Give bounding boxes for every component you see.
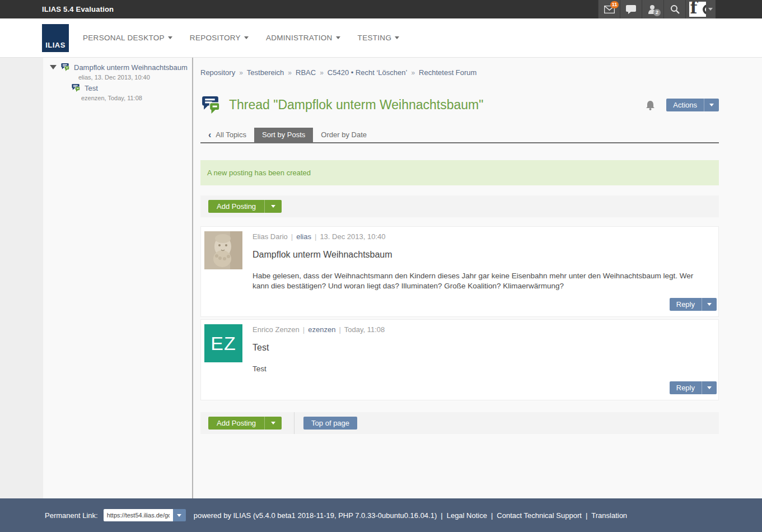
breadcrumb-repository[interactable]: Repository <box>200 68 235 77</box>
avatar-photo <box>204 231 242 269</box>
thread-tree-sidebar: Dampflok unterm Weihnachtsbaum elias, 13… <box>43 58 193 498</box>
avatar-initials: EZ <box>204 324 242 362</box>
top-bar: ILIAS 5.4 Evaluation 11 <box>0 0 762 18</box>
chevron-down-icon <box>708 8 713 11</box>
user-menu-button[interactable]: f <box>685 0 716 18</box>
post-meta: Elias Dario|elias|13. Dec 2013, 10:40 <box>253 232 710 241</box>
post-body: Habe gelesen, dass der Weihnachtsmann de… <box>253 271 710 291</box>
post-title: Test <box>253 343 710 353</box>
search-button[interactable] <box>663 0 685 18</box>
post-username-link[interactable]: elias <box>296 232 311 241</box>
breadcrumb-rbac[interactable]: RBAC <box>296 68 316 77</box>
post-body: Test <box>253 364 710 374</box>
tree-thread-meta: elias, 13. Dec 2013, 10:40 <box>43 74 192 81</box>
post-card: Elias Dario|elias|13. Dec 2013, 10:40 Da… <box>200 226 719 317</box>
chat-button[interactable] <box>620 0 642 18</box>
success-message: A new posting has been created <box>200 160 719 185</box>
add-posting-button[interactable]: Add Posting <box>208 417 282 430</box>
add-posting-button[interactable]: Add Posting <box>208 200 282 213</box>
installation-title: ILIAS 5.4 Evaluation <box>42 0 114 18</box>
permalink-input[interactable] <box>104 509 173 521</box>
tab-order-by-date[interactable]: Order by Date <box>313 128 375 142</box>
chevron-down-icon <box>709 104 714 106</box>
tree-thread-link[interactable]: Dampflok unterm Weihnachtsbaum <box>74 63 188 72</box>
chevron-down-icon <box>177 514 181 517</box>
breadcrumb-course[interactable]: C5420 • Recht ‘Löschen’ <box>328 68 408 77</box>
chevron-down-icon <box>271 422 275 424</box>
post-username-link[interactable]: ezenzen <box>308 325 335 334</box>
mail-count-badge: 11 <box>610 1 619 8</box>
online-count-badge: 2 <box>653 9 661 16</box>
who-is-online-button[interactable]: 2 <box>642 0 663 18</box>
tab-all-topics[interactable]: ‹ All Topics <box>200 128 254 142</box>
forum-posting-icon <box>71 83 81 92</box>
main-menu: PERSONAL DESKTOP REPOSITORY ADMINISTRATI… <box>83 34 417 42</box>
menu-personal-desktop[interactable]: PERSONAL DESKTOP <box>83 34 172 42</box>
translation-link[interactable]: Translation <box>591 511 627 520</box>
reply-button[interactable]: Reply <box>670 298 717 311</box>
notification-bell-icon[interactable] <box>646 100 655 110</box>
chevron-down-icon <box>336 36 340 39</box>
tree-post-link[interactable]: Test <box>85 84 98 92</box>
post-title: Dampflok unterm Weihnachtsbaum <box>253 250 710 260</box>
chevron-down-icon <box>168 36 172 39</box>
tree-post-meta: ezenzen, Today, 11:08 <box>43 95 192 101</box>
post-author: Elias Dario <box>253 232 288 241</box>
search-icon <box>670 4 680 14</box>
legal-notice-link[interactable]: Legal Notice <box>447 511 487 520</box>
mail-button[interactable]: 11 <box>598 0 620 18</box>
permalink-label: Permanent Link: <box>45 511 98 520</box>
chevron-down-icon <box>271 205 275 208</box>
ilias-logo[interactable]: ILIAS <box>42 24 69 52</box>
chevron-down-icon <box>707 386 712 389</box>
breadcrumb: Repository»Testbereich»RBAC»C5420 • Rech… <box>200 68 719 77</box>
post-meta: Enrico Zenzen|ezenzen|Today, 11:08 <box>253 325 710 334</box>
main-header: ILIAS PERSONAL DESKTOP REPOSITORY ADMINI… <box>0 18 762 58</box>
toolbar-divider <box>294 412 294 434</box>
powered-by-text: powered by ILIAS (v5.4.0 beta1 2018-11-1… <box>194 511 437 520</box>
top-toolbar: Add Posting <box>200 195 719 217</box>
post-date: 13. Dec 2013, 10:40 <box>320 232 385 241</box>
menu-administration[interactable]: ADMINISTRATION <box>266 34 340 42</box>
menu-repository[interactable]: REPOSITORY <box>190 34 249 42</box>
chevron-down-icon <box>707 303 712 306</box>
menu-testing[interactable]: TESTING <box>358 34 400 42</box>
forum-posting-icon <box>60 63 70 72</box>
reply-button[interactable]: Reply <box>670 381 717 394</box>
tab-bar: ‹ All Topics Sort by Posts Order by Date <box>200 128 719 143</box>
tree-collapse-icon[interactable] <box>50 65 57 69</box>
bottom-toolbar: Add Posting Top of page <box>200 412 719 434</box>
user-avatar: f <box>689 2 706 17</box>
forum-icon <box>200 96 221 114</box>
breadcrumb-testbereich[interactable]: Testbereich <box>247 68 284 77</box>
top-of-page-button[interactable]: Top of page <box>303 417 357 430</box>
left-gutter <box>0 58 43 498</box>
actions-button[interactable]: Actions <box>666 99 719 111</box>
post-card: EZ Enrico Zenzen|ezenzen|Today, 11:08 Te… <box>200 319 719 400</box>
back-chevron-icon: ‹ <box>208 131 211 138</box>
page-title: Thread "Dampflok unterm Weihnachtsbaum" <box>229 97 483 113</box>
tab-sort-by-posts[interactable]: Sort by Posts <box>254 128 313 142</box>
breadcrumb-forum[interactable]: Rechtetest Forum <box>419 68 476 77</box>
chevron-down-icon <box>395 36 399 39</box>
contact-support-link[interactable]: Contact Technical Support <box>497 511 582 520</box>
post-date: Today, 11:08 <box>344 325 385 334</box>
topbar-icon-group: 11 2 <box>598 0 716 18</box>
post-author: Enrico Zenzen <box>253 325 300 334</box>
page-footer: Permanent Link: powered by ILIAS (v5.4.0… <box>0 498 762 532</box>
ilias-app: ILIAS 5.4 Evaluation 11 <box>0 0 762 532</box>
permalink-dropdown-button[interactable] <box>173 509 186 521</box>
chat-icon <box>626 5 636 14</box>
chevron-down-icon <box>244 36 249 39</box>
main-content: Repository»Testbereich»RBAC»C5420 • Rech… <box>193 58 762 498</box>
